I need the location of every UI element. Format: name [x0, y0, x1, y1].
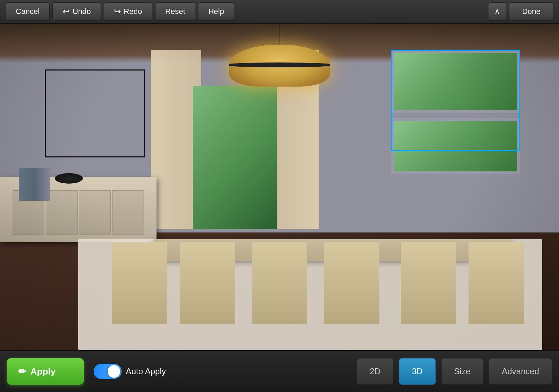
chair-1[interactable] [112, 242, 167, 324]
center-window [193, 86, 277, 229]
top-toolbar: Cancel ↩ Undo ↪ Redo Reset Help ∧ Done [0, 0, 559, 24]
redo-button[interactable]: ↪ Redo [104, 2, 152, 21]
view-2d-button[interactable]: 2D [357, 358, 393, 385]
right-window-top[interactable] [391, 50, 520, 113]
chandelier-body [229, 45, 330, 87]
done-button[interactable]: Done [509, 2, 553, 21]
collapse-button[interactable]: ∧ [488, 2, 506, 21]
reset-button[interactable]: Reset [155, 2, 195, 21]
bottom-toolbar: ✏ Apply Auto Apply 2D 3D Size Advanced [0, 350, 559, 392]
auto-apply-group: Auto Apply [94, 364, 166, 379]
view-3d-button[interactable]: 3D [399, 358, 436, 385]
undo-button[interactable]: ↩ Undo [52, 2, 101, 21]
auto-apply-label: Auto Apply [126, 367, 166, 376]
advanced-button[interactable]: Advanced [489, 358, 552, 385]
sideboard-door-3 [79, 190, 111, 235]
wall-art-frame[interactable] [45, 69, 145, 157]
chandelier-rim [229, 62, 330, 67]
sideboard-door-4 [112, 190, 144, 235]
toggle-thumb [108, 365, 120, 378]
apply-label: Apply [30, 366, 56, 377]
help-button[interactable]: Help [198, 2, 234, 21]
apply-icon: ✏ [18, 366, 26, 377]
sideboard-door-2 [46, 190, 78, 235]
cancel-button[interactable]: Cancel [6, 2, 50, 21]
chevron-up-icon: ∧ [494, 7, 500, 16]
undo-icon: ↩ [63, 7, 70, 16]
chair-2[interactable] [180, 242, 235, 324]
dining-chairs [112, 232, 537, 324]
decorative-bowl [55, 173, 83, 184]
chair-5[interactable] [401, 242, 456, 324]
apply-button[interactable]: ✏ Apply [7, 358, 84, 385]
undo-label: Undo [72, 7, 91, 16]
right-window-bottom[interactable] [391, 118, 520, 174]
chair-6[interactable] [469, 242, 524, 324]
scene-viewport[interactable] [0, 24, 559, 350]
chandelier-wire [279, 24, 280, 45]
chair-4[interactable] [324, 242, 379, 324]
auto-apply-toggle[interactable] [94, 364, 122, 379]
right-windows [391, 50, 520, 180]
redo-icon: ↪ [114, 7, 121, 16]
books-decoration [19, 168, 50, 201]
toggle-track [94, 364, 122, 379]
chair-3[interactable] [252, 242, 307, 324]
chandelier [229, 24, 330, 87]
redo-label: Redo [124, 7, 142, 16]
size-button[interactable]: Size [441, 358, 484, 385]
